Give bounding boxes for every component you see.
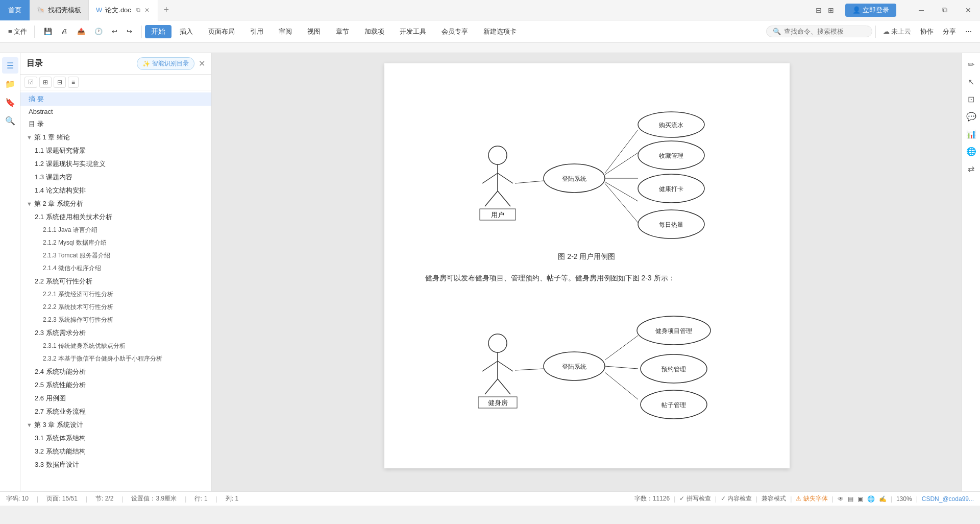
tab-home[interactable]: 首页 (0, 0, 30, 20)
layout-split-icon[interactable]: ⊞ (826, 5, 836, 15)
expand-icon: ▼ (27, 422, 32, 428)
toc-item[interactable]: 2.7 系统业务流程 (20, 405, 211, 418)
tab-daoke[interactable]: 🐚 找稻壳模板 (30, 0, 89, 20)
svg-line-11 (515, 181, 544, 183)
toc-item[interactable]: 2.6 用例图 (20, 392, 211, 405)
right-tool1-icon[interactable]: ⊡ (964, 92, 978, 106)
toc-item[interactable]: Abstract (20, 106, 211, 117)
share-btn[interactable]: 分享 (939, 25, 960, 38)
redo-btn[interactable]: ↪ (122, 26, 136, 37)
tab-restore-icon[interactable]: ⧉ (136, 7, 140, 13)
right-expand-icon[interactable]: ⇄ (964, 161, 978, 176)
toc-panel-btn[interactable]: ☰ (2, 57, 18, 74)
toc-item[interactable]: 2.1.2 Mysql 数据库介绍 (20, 236, 211, 249)
toc-item[interactable]: 目 录 (20, 117, 211, 131)
collab-btn[interactable]: 协作 (916, 25, 938, 38)
toc-item[interactable]: 2.1 系统使用相关技术分析 (20, 210, 211, 224)
search-input[interactable] (784, 28, 866, 35)
login-button[interactable]: 👤 立即登录 (845, 4, 896, 17)
toc-item[interactable]: 3.1 系统体系结构 (20, 432, 211, 445)
toc-item[interactable]: ▼第 2 章 系统分析 (20, 197, 211, 210)
document-area[interactable]: 用户 登陆系统 购买流水 收藏管理 (212, 53, 962, 491)
sidebar-close-btn[interactable]: ✕ (199, 59, 205, 68)
toc-list-btn[interactable]: ≡ (68, 77, 79, 88)
review-tab-btn[interactable]: 审阅 (272, 25, 299, 38)
toc-item[interactable]: ▼第 3 章 系统设计 (20, 418, 211, 432)
more-btn[interactable]: ⋯ (961, 26, 976, 37)
zoom-status[interactable]: 130% (896, 495, 912, 503)
toc-item[interactable]: 2.1.3 Tomcat 服务器介绍 (20, 249, 211, 262)
compat-mode-status: 兼容模式 (762, 494, 786, 503)
restore-btn[interactable]: ⧉ (933, 0, 957, 20)
layout-single-icon[interactable]: ⊟ (814, 5, 824, 15)
toc-item[interactable]: 2.3.2 本基于微信平台健身小助手小程序分析 (20, 352, 211, 365)
layout1-icon[interactable]: ▤ (848, 495, 853, 503)
insert-tab-btn[interactable]: 插入 (173, 25, 200, 38)
layout3-icon[interactable]: 🌐 (867, 495, 875, 503)
toc-item[interactable]: 2.1.4 微信小程序介绍 (20, 262, 211, 275)
svg-point-25 (488, 334, 507, 352)
extras-tab-btn[interactable]: 加载项 (357, 25, 391, 38)
content-check-status[interactable]: ✓ 内容检查 (721, 494, 752, 503)
toc-item[interactable]: 2.3 系统需求分析 (20, 326, 211, 340)
cloud-btn[interactable]: ☁ 未上云 (879, 25, 915, 38)
word-count-status: 字码: 10 (6, 494, 29, 503)
right-data-icon[interactable]: 📊 (964, 127, 978, 141)
svg-line-4 (498, 173, 513, 183)
layout2-icon[interactable]: ▣ (857, 495, 863, 503)
save-btn[interactable]: 💾 (40, 26, 56, 37)
tab-doc[interactable]: W 论文.doc ⧉ ✕ (89, 0, 158, 20)
right-cursor-icon[interactable]: ↖ (964, 75, 978, 89)
layout-tab-btn[interactable]: 页面布局 (201, 25, 242, 38)
bookmark-panel-btn[interactable]: 🔖 (2, 94, 18, 110)
toc-item[interactable]: 2.5 系统性能分析 (20, 378, 211, 392)
toc-check-btn[interactable]: ☑ (24, 77, 37, 88)
toc-item[interactable]: 1.2 课题现状与实现意义 (20, 157, 211, 171)
toc-item[interactable]: 3.3 数据库设计 (20, 458, 211, 471)
toc-item[interactable]: 3.2 系统功能结构 (20, 445, 211, 458)
file-menu-btn[interactable]: ≡ 文件 (4, 25, 31, 38)
search-panel-btn[interactable]: 🔍 (2, 112, 18, 129)
right-comment-icon[interactable]: 💬 (964, 109, 978, 124)
history-btn[interactable]: 🕐 (90, 26, 107, 37)
toc-item[interactable]: 2.2.3 系统操作可行性分析 (20, 314, 211, 326)
files-panel-btn[interactable]: 📁 (2, 76, 18, 92)
right-edit-icon[interactable]: ✏ (964, 57, 978, 72)
view-tab-btn[interactable]: 视图 (300, 25, 328, 38)
tab-add-btn[interactable]: + (158, 0, 175, 20)
dev-tab-btn[interactable]: 开发工具 (393, 25, 433, 38)
toc-item[interactable]: 摘 要 (20, 92, 211, 106)
reference-tab-btn[interactable]: 引用 (243, 25, 271, 38)
missing-font-status[interactable]: ⚠ 缺失字体 (796, 494, 827, 503)
search-box[interactable]: 🔍 (766, 26, 872, 37)
toc-item[interactable]: 2.2 系统可行性分析 (20, 275, 211, 288)
right-web-icon[interactable]: 🌐 (964, 144, 978, 158)
layout4-icon[interactable]: ✍ (879, 495, 887, 503)
toc-expand-btn[interactable]: ⊞ (39, 77, 52, 88)
minimize-btn[interactable]: ─ (910, 0, 933, 20)
toc-item[interactable]: 2.3.1 传统健身系统优缺点分析 (20, 340, 211, 352)
toc-item[interactable]: 2.2.2 系统技术可行性分析 (20, 301, 211, 314)
toc-item[interactable]: 1.4 论文结构安排 (20, 184, 211, 197)
member-tab-btn[interactable]: 会员专享 (434, 25, 475, 38)
undo-btn[interactable]: ↩ (108, 26, 121, 37)
toc-item[interactable]: 1.1 课题研究背景 (20, 144, 211, 157)
spell-check-status[interactable]: ✓ 拼写检查 (679, 494, 710, 503)
toc-collapse-btn[interactable]: ⊟ (54, 77, 66, 88)
newtab-tab-btn[interactable]: 新建选项卡 (476, 25, 524, 38)
toc-item[interactable]: 1.3 课题内容 (20, 171, 211, 184)
print-btn[interactable]: 🖨 (57, 26, 72, 37)
toc-item[interactable]: 2.1.1 Java 语言介绍 (20, 224, 211, 236)
toc-item[interactable]: ▼第 1 章 绪论 (20, 131, 211, 144)
toc-item[interactable]: 2.2.1 系统经济可行性分析 (20, 288, 211, 301)
start-tab-btn[interactable]: 开始 (145, 25, 172, 38)
toc-label: 2.1.3 Tomcat 服务器介绍 (43, 251, 110, 260)
ai-recognize-btn[interactable]: ✨ 智能识别目录 (137, 57, 194, 70)
export-btn[interactable]: 📤 (73, 26, 89, 37)
toc-item[interactable]: 2.4 系统功能分析 (20, 365, 211, 378)
chapter-tab-btn[interactable]: 章节 (329, 25, 356, 38)
close-btn[interactable]: ✕ (957, 0, 980, 20)
svg-rect-0 (0, 43, 980, 53)
eye-icon[interactable]: 👁 (838, 495, 844, 503)
tab-close-btn[interactable]: ✕ (143, 6, 151, 15)
